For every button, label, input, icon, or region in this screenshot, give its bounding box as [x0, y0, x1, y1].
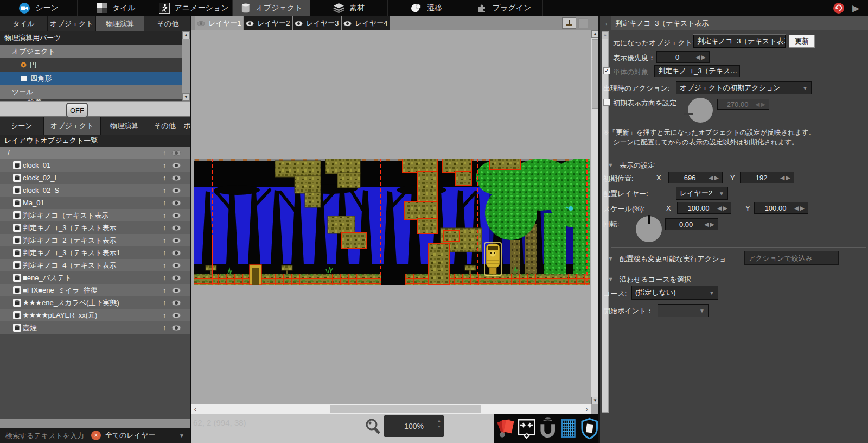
spin-left-button[interactable]: ◀	[780, 174, 784, 181]
eye-icon[interactable]	[171, 212, 181, 219]
eye-icon[interactable]	[171, 237, 181, 244]
shield-tool-icon[interactable]	[580, 416, 599, 440]
eye-icon[interactable]	[171, 175, 181, 181]
eye-icon[interactable]	[171, 162, 181, 169]
spin-right-button[interactable]: ▶	[701, 54, 706, 61]
tab-object2[interactable]: オブジェクト	[44, 117, 101, 135]
rotation-field[interactable]: 0.00 ◀ ▶	[665, 218, 718, 230]
scroll-right-button[interactable]: ›	[583, 404, 591, 414]
spin-left-button[interactable]: ◀	[709, 174, 713, 181]
layer-filter-dropdown[interactable]: 全てのレイヤー	[105, 431, 156, 440]
eye-icon[interactable]	[171, 250, 181, 256]
up-arrow-icon[interactable]: ↑	[163, 162, 166, 169]
game-scene[interactable]	[194, 159, 590, 285]
zoom-down-spinner[interactable]: ▼	[437, 425, 441, 428]
menu-tab-plugin[interactable]: プラグイン	[465, 0, 543, 16]
undo-icon[interactable]	[833, 2, 845, 14]
physics-panel-scrollbar[interactable]: ▲ ▼	[182, 31, 190, 101]
layer-tab-2[interactable]: レイヤー2	[244, 16, 292, 30]
layer-tab-4[interactable]: レイヤー4	[342, 16, 390, 30]
list-item[interactable]: clock_02_L ↑	[0, 172, 190, 184]
collapse-panel-icon[interactable]: →	[601, 18, 609, 27]
grid-tool-icon[interactable]	[559, 416, 578, 440]
list-item[interactable]: 判定キノコ_3（テキスト表示1 ↑	[0, 246, 190, 259]
eye-icon[interactable]	[171, 150, 181, 156]
list-item[interactable]: 壺煙 ↑	[0, 321, 190, 334]
list-item[interactable]: clock_02_S ↑	[0, 184, 190, 197]
menu-tab-scene[interactable]: シーン	[0, 0, 78, 16]
up-arrow-icon[interactable]: ↑	[163, 224, 166, 232]
root-row[interactable]: / ↑	[0, 147, 190, 159]
physics-toggle-track[interactable]: OFF	[0, 101, 190, 117]
pos-x-field[interactable]: 696 ◀ ▶	[668, 172, 723, 183]
spin-left-button[interactable]: ◀	[794, 205, 799, 212]
list-item[interactable]: 判定キノコ_4（テキスト表示 ↑	[0, 259, 190, 271]
layer-tab-1[interactable]: レイヤー1	[195, 16, 243, 30]
eye-icon[interactable]	[171, 225, 181, 231]
course-dropdown[interactable]: (指定しない) ▼	[631, 286, 718, 300]
physics-off-toggle[interactable]: OFF	[66, 103, 88, 118]
up-arrow-icon[interactable]: ↑	[163, 237, 166, 244]
up-arrow-icon[interactable]: ↑	[163, 174, 166, 182]
tab-other[interactable]: その他	[144, 16, 192, 31]
action-filter-input[interactable]	[745, 251, 838, 264]
menu-tab-tile[interactable]: タイル	[78, 0, 155, 16]
section-collapse-icon[interactable]: ▼	[608, 276, 614, 282]
horizontal-scroll-thumb[interactable]	[330, 405, 481, 413]
group-tool[interactable]: ツール	[0, 85, 190, 99]
single-target-checkbox[interactable]: ✓	[603, 67, 610, 74]
up-arrow-icon[interactable]: ↑	[163, 249, 166, 257]
spin-left-button[interactable]: ◀	[717, 205, 722, 212]
eye-icon[interactable]	[171, 287, 181, 294]
up-arrow-icon[interactable]: ↑	[163, 212, 166, 219]
group-object[interactable]: オブジェクト	[0, 45, 190, 58]
up-arrow-icon[interactable]: ↑	[163, 199, 166, 207]
priority-field[interactable]: 0 ◀ ▶	[656, 51, 710, 63]
pos-y-field[interactable]: 192 ◀ ▶	[740, 172, 794, 183]
spin-left-button[interactable]: ◀	[695, 54, 700, 61]
snap-move-tool-icon[interactable]	[517, 416, 536, 440]
update-button[interactable]: 更新	[789, 35, 815, 48]
list-item[interactable]: 判定キノコ_2（テキスト表示 ↑	[0, 234, 190, 246]
section-collapse-icon[interactable]: ▼	[608, 162, 614, 168]
item-circle[interactable]: 円	[0, 58, 190, 72]
list-item[interactable]: 判定キノコ_3（テキスト表示 ↑	[0, 221, 190, 234]
up-arrow-icon[interactable]: ↑	[163, 262, 166, 269]
spawn-action-dropdown[interactable]: オブジェクトの初期アクション ▼	[676, 81, 812, 94]
up-arrow-icon[interactable]: ↑	[163, 324, 166, 332]
menu-tab-transition[interactable]: 遷移	[388, 0, 465, 16]
menu-tab-material[interactable]: 素材	[310, 0, 388, 16]
tab-other2[interactable]: その他	[148, 117, 182, 135]
spin-left-button[interactable]: ◀	[704, 221, 709, 228]
zoom-level-box[interactable]: 100% ▲ ▼	[384, 415, 444, 437]
cards-tool-icon[interactable]	[496, 416, 515, 440]
list-item[interactable]: 判定キノコ（テキスト表示 ↑	[0, 209, 190, 221]
up-arrow-icon[interactable]: ↑	[163, 312, 166, 319]
tab-physics[interactable]: 物理演算	[96, 16, 144, 31]
initial-direction-checkbox[interactable]	[603, 99, 610, 106]
up-arrow-icon[interactable]: ↑	[163, 287, 166, 294]
spin-right-button[interactable]: ▶	[714, 174, 719, 181]
eye-icon[interactable]	[171, 325, 181, 331]
tab-object[interactable]: オブジェクト	[48, 16, 96, 31]
list-item[interactable]: ■FIX■ene_ミイラ_往復 ↑	[0, 284, 190, 296]
scroll-down-button[interactable]: ▼	[182, 93, 190, 101]
canvas-viewport[interactable]	[191, 30, 591, 404]
up-arrow-icon[interactable]: ↑	[163, 187, 166, 194]
scroll-left-button[interactable]: ‹	[191, 404, 200, 414]
eye-icon[interactable]	[171, 187, 181, 194]
stamp-tool-button[interactable]	[562, 17, 576, 29]
up-arrow-icon[interactable]: ↑	[163, 274, 166, 282]
list-item[interactable]: Ma_01 ↑	[0, 197, 190, 209]
list-item[interactable]: ★★★ene_スカラベ(上下実態) ↑	[0, 296, 190, 309]
menu-tab-animation[interactable]: アニメーション	[155, 0, 233, 16]
scroll-up-button[interactable]: ^	[602, 32, 608, 39]
clear-search-icon[interactable]: ×	[91, 431, 101, 440]
direction-dial[interactable]	[688, 98, 713, 123]
list-item[interactable]: ■ene_バステト ↑	[0, 271, 190, 284]
zoom-up-spinner[interactable]: ▲	[437, 419, 441, 422]
horizontal-scrollbar[interactable]: ‹ ›	[191, 404, 591, 414]
layer-tab-3[interactable]: レイヤー3	[293, 16, 341, 30]
spin-right-button[interactable]: ▶	[710, 221, 714, 228]
menu-tab-object[interactable]: オブジェクト	[233, 0, 310, 16]
